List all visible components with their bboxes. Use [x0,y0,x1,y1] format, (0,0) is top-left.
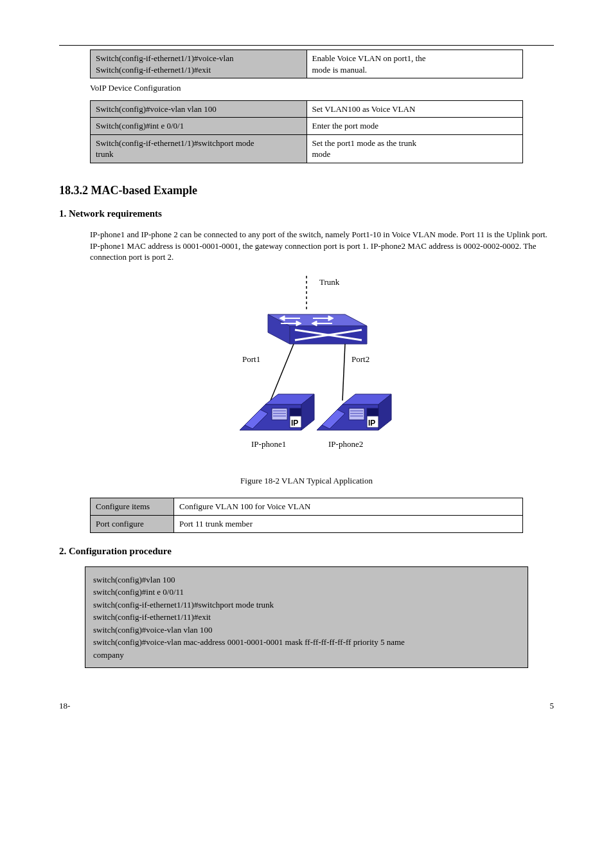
phone-label: IP-phone1 [251,439,286,449]
table2-r3-left: Switch(config-if-ethernet1/1)#switchport… [91,134,307,163]
footer-left: 18- [59,700,70,712]
table1-wrap: Switch(config-if-ethernet1/1)#voice-vlan… [90,50,523,78]
subsection-heading-2: 2. Configuration procedure [59,545,554,557]
table2-r1-left: Switch(config)#voice-vlan vlan 100 [91,100,307,118]
svg-rect-19 [272,408,287,420]
code-line: switch(config)#vlan 100 [93,575,175,584]
code-line: company [93,650,124,660]
cell-text: mode [312,149,331,159]
table2-r3-right: Set the port1 mode as the trunk mode [306,134,523,163]
table3-r2-left: Port configure [91,516,174,533]
switch-icon [268,314,367,344]
link-port2 [342,344,345,401]
ip-badge: IP [368,419,375,428]
code-line: switch(config-if-ethernet1/11)#switchpor… [93,600,274,610]
cell-text: trunk [96,149,113,159]
port-label: Port1 [242,354,260,364]
top-rule [59,45,554,46]
code-line: switch(config-if-ethernet1/11)#exit [93,612,211,622]
table-row: Switch(config)#voice-vlan vlan 100 Set V… [91,100,523,118]
page-footer: 18- 5 [59,700,554,712]
table3: Configure items Configure VLAN 100 for V… [90,498,523,532]
paragraph: IP-phone1 and IP-phone 2 can be connecte… [90,229,554,263]
cell-text: Switch(config-if-ethernet1/1)#switchport… [96,138,254,148]
cell-text: Enable Voice VLAN on port1, the [312,53,426,63]
table-row: Switch(config-if-ethernet1/1)#voice-vlan… [91,50,523,78]
table-row: Switch(config-if-ethernet1/1)#switchport… [91,134,523,163]
footer-right: 5 [550,700,555,712]
phone-label: IP-phone2 [328,439,363,449]
diagram-svg: Trunk [204,272,409,465]
table2-wrap: Switch(config)#voice-vlan vlan 100 Set V… [90,100,523,163]
cell-text: Switch(config-if-ethernet1/1)#exit [96,65,211,75]
ip-phone-icon: IP [240,394,314,430]
link-port1 [271,344,294,401]
cell-text: Set the port1 mode as the trunk [312,138,416,148]
table1-right: Enable Voice VLAN on port1, the mode is … [306,50,523,78]
table-row: Port configure Port 11 trunk member [91,516,523,533]
cell-text: Switch(config-if-ethernet1/1)#voice-vlan [96,53,233,63]
subsection-heading: 1. Network requirements [59,207,554,220]
table-row: Switch(config)#int e 0/0/1 Enter the por… [91,118,523,135]
ip-phone-icon: IP [317,394,391,430]
port-label: Port2 [351,354,369,364]
trunk-label: Trunk [319,277,340,287]
code-block: switch(config)#vlan 100 switch(config)#i… [85,566,528,669]
table3-wrap: Configure items Configure VLAN 100 for V… [90,498,523,532]
figure-caption: Figure 18-2 VLAN Typical Application [59,475,554,487]
svg-rect-29 [349,408,364,420]
table2: Switch(config)#voice-vlan vlan 100 Set V… [90,100,523,163]
table2-r1-right: Set VLAN100 as Voice VLAN [306,100,523,118]
cell-text: mode is manual. [312,65,368,75]
network-diagram: Trunk [59,272,554,469]
table2-r2-right: Enter the port mode [306,118,523,135]
table1: Switch(config-if-ethernet1/1)#voice-vlan… [90,50,523,78]
table3-r2-right: Port 11 trunk member [174,516,523,533]
code-line: switch(config)#voice-vlan mac-address 00… [93,637,405,647]
code-line: switch(config)#int e 0/0/11 [93,587,184,597]
code-line: switch(config)#voice-vlan vlan 100 [93,625,213,635]
table1-left: Switch(config-if-ethernet1/1)#voice-vlan… [91,50,307,78]
section-note: VoIP Device Configuration [90,82,523,94]
table3-r1-left: Configure items [91,498,174,516]
table2-r2-left: Switch(config)#int e 0/0/1 [91,118,307,135]
code-content: switch(config)#vlan 100 switch(config)#i… [85,566,528,668]
table-row: Configure items Configure VLAN 100 for V… [91,498,523,516]
section-heading: 18.3.2 MAC-based Example [59,183,554,198]
ip-badge: IP [291,419,298,428]
table3-r1-right: Configure VLAN 100 for Voice VLAN [174,498,523,516]
